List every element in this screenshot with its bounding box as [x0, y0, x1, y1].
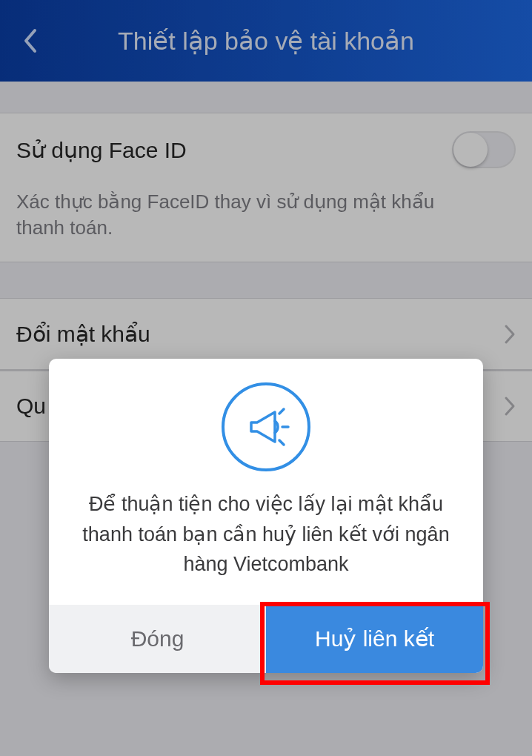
unlink-button-label: Huỷ liên kết — [315, 626, 434, 651]
close-button-label: Đóng — [131, 626, 184, 651]
modal-overlay: Để thuận tiện cho việc lấy lại mật khẩu … — [0, 0, 532, 756]
modal-body: Để thuận tiện cho việc lấy lại mật khẩu … — [49, 359, 483, 605]
svg-line-0 — [279, 409, 284, 414]
close-button[interactable]: Đóng — [49, 605, 266, 673]
modal-message: Để thuận tiện cho việc lấy lại mật khẩu … — [71, 489, 461, 580]
svg-line-2 — [279, 440, 284, 445]
confirmation-modal: Để thuận tiện cho việc lấy lại mật khẩu … — [49, 359, 483, 673]
modal-actions: Đóng Huỷ liên kết — [49, 605, 483, 673]
unlink-button[interactable]: Huỷ liên kết — [266, 605, 483, 673]
megaphone-icon — [222, 382, 310, 471]
